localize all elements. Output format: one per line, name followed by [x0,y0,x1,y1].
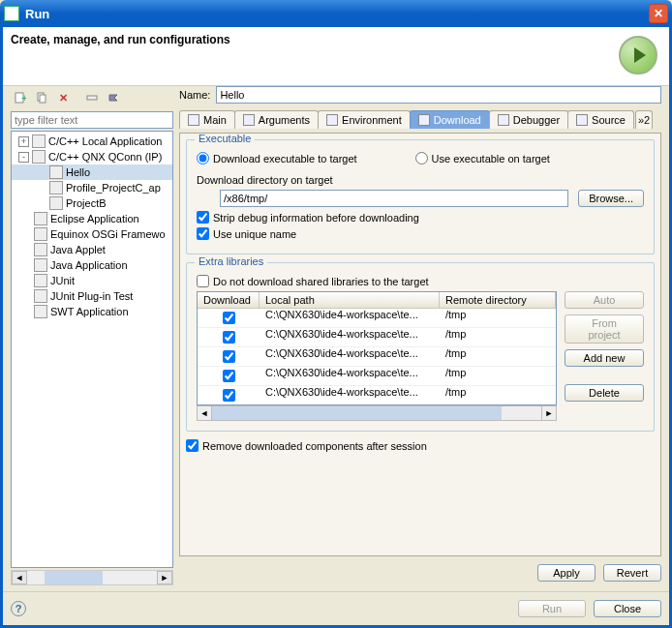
remote-dir-cell: /tmp [440,386,556,404]
download-checkbox[interactable] [223,350,235,363]
browse-button[interactable]: Browse... [578,190,644,207]
filter-collapse-button[interactable] [82,88,102,107]
tree-item[interactable]: Profile_ProjectC_ap [12,180,172,195]
tree-item-label: Java Applet [50,244,106,255]
config-tree[interactable]: +C/C++ Local Application-C/C++ QNX QConn… [11,131,173,568]
tab-label: Environment [342,114,402,126]
close-icon[interactable]: ✕ [649,4,668,23]
svg-rect-3 [40,95,46,103]
extra-libs-group: Extra libraries Do not download shared l… [186,262,655,432]
tree-item[interactable]: Equinox OSGi Framewo [12,226,172,242]
download-dir-label: Download directory on target [197,174,333,186]
add-new-button[interactable]: Add new [565,349,644,367]
download-dir-input[interactable] [220,190,568,207]
tree-item-label: Equinox OSGi Framewo [50,228,166,240]
environment-tab-icon [326,114,338,126]
eclipse-icon [34,212,47,225]
table-row[interactable]: C:\QNX630\ide4-workspace\te.../tmp [198,328,556,347]
scroll-right-icon[interactable]: ► [541,405,557,421]
table-hscrollbar[interactable]: ◄ ► [197,405,557,421]
name-label: Name: [179,89,210,101]
svg-rect-4 [87,96,97,100]
titlebar: Run ✕ [0,0,672,27]
libs-table[interactable]: Download Local path Remote directory C:\… [197,291,557,405]
scroll-right-icon[interactable]: ► [157,571,172,584]
delete-button[interactable]: Delete [565,384,644,402]
download-checkbox[interactable] [223,312,235,324]
close-button[interactable]: Close [594,600,661,617]
local-path-cell: C:\QNX630\ide4-workspace\te... [260,367,440,385]
check-nodownload-libs[interactable]: Do not download shared libraries to the … [197,275,429,287]
radio-use-exec[interactable]: Use executable on target [415,152,550,164]
tree-item[interactable]: JUnit [12,273,172,288]
scroll-left-icon[interactable]: ◄ [12,571,27,584]
main-tab-icon [188,114,199,126]
local-path-cell: C:\QNX630\ide4-workspace\te... [260,347,440,366]
expander-icon[interactable]: - [18,152,29,163]
download-checkbox[interactable] [223,331,235,344]
remote-dir-cell: /tmp [440,309,556,327]
applet-icon [34,243,47,256]
new-config-button[interactable]: + [11,88,30,107]
extra-libs-title: Extra libraries [195,255,267,267]
table-row[interactable]: C:\QNX630\ide4-workspace\te.../tmp [198,367,556,386]
tree-item[interactable]: ProjectB [12,195,172,211]
name-input[interactable] [216,86,661,104]
tab-download[interactable]: Download [410,110,490,129]
tab-arguments[interactable]: Arguments [234,110,319,129]
tab-source[interactable]: Source [567,110,634,129]
check-remove-after[interactable]: Remove downloaded components after sessi… [186,439,427,452]
col-localpath[interactable]: Local path [260,292,440,308]
radio-download-exec[interactable]: Download executable to target [197,152,357,164]
junit-icon [34,274,47,287]
from-project-button[interactable]: From project [565,314,644,344]
cfg-icon [49,181,63,194]
col-remotedir[interactable]: Remote directory [440,292,556,308]
duplicate-config-button[interactable] [32,88,51,107]
apply-button[interactable]: Apply [537,564,596,582]
download-checkbox[interactable] [223,389,235,402]
tree-item[interactable]: Java Application [12,257,172,273]
dialog-title: Create, manage, and run configurations [11,33,619,46]
download-checkbox[interactable] [223,370,235,382]
table-row[interactable]: C:\QNX630\ide4-workspace\te.../tmp [198,386,556,405]
tree-item[interactable]: JUnit Plug-in Test [12,288,172,304]
expander-icon[interactable]: + [18,136,29,147]
tree-item[interactable]: +C/C++ Local Application [12,134,172,149]
revert-button[interactable]: Revert [603,564,661,582]
delete-config-button[interactable]: ✕ [53,88,73,107]
auto-button[interactable]: Auto [565,291,644,309]
table-row[interactable]: C:\QNX630\ide4-workspace\te.../tmp [198,309,556,328]
table-row[interactable]: C:\QNX630\ide4-workspace\te.../tmp [198,347,556,367]
check-unique-name[interactable]: Use unique name [197,227,296,240]
executable-group: Executable Download executable to target… [186,139,655,254]
tab-debugger[interactable]: Debugger [489,110,568,129]
tree-item-label: JUnit Plug-in Test [50,290,133,302]
scroll-left-icon[interactable]: ◄ [197,405,212,421]
dialog-banner [18,46,611,72]
tab-label: Debugger [513,114,560,126]
tab-environment[interactable]: Environment [318,110,411,129]
cfg-icon [49,165,63,179]
filter-input[interactable] [11,111,173,129]
debugger-tab-icon [498,114,509,126]
left-toolbar: + ✕ [11,86,173,109]
tree-item[interactable]: -C/C++ QNX QConn (IP) [12,149,172,164]
remote-dir-cell: /tmp [440,367,556,385]
tree-item[interactable]: Hello [12,164,172,180]
swt-icon [34,305,47,318]
check-strip-debug[interactable]: Strip debug information before downloadi… [197,211,419,224]
tree-item[interactable]: Java Applet [12,242,172,257]
tree-item[interactable]: Eclipse Application [12,211,172,226]
tree-item-label: C/C++ Local Application [48,135,162,147]
filter-expand-button[interactable] [104,88,123,107]
remote-dir-cell: /tmp [440,328,556,346]
col-download[interactable]: Download [198,292,260,308]
tree-item[interactable]: SWT Application [12,304,172,319]
tab-main[interactable]: Main [179,110,235,129]
osgi-icon [34,227,47,241]
tree-hscrollbar[interactable]: ◄ ► [11,570,173,585]
run-button[interactable]: Run [518,600,586,617]
help-icon[interactable]: ? [11,601,26,616]
tab-overflow-button[interactable]: »2 [635,110,653,129]
